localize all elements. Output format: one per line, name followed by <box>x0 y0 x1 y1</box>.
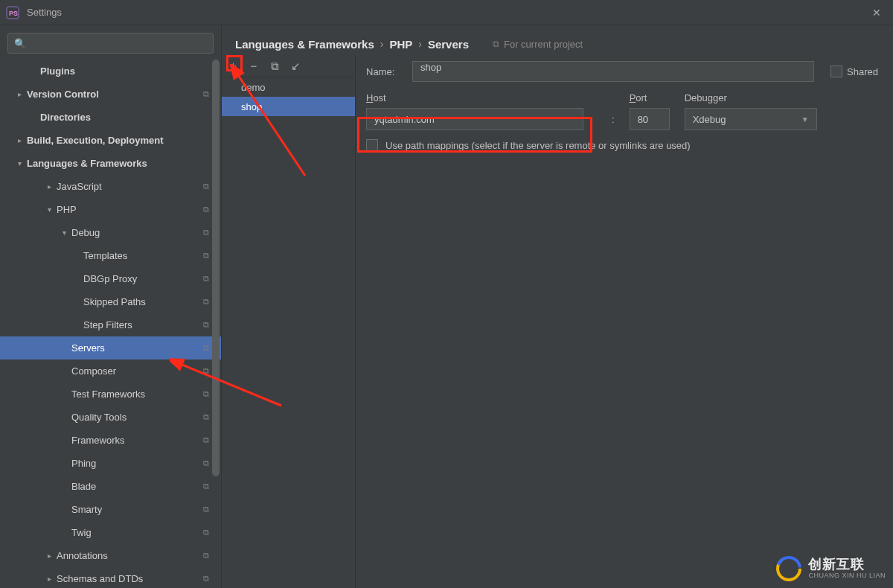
search-wrap: 🔍 <box>0 25 221 58</box>
svg-point-5 <box>775 555 802 582</box>
tree-item-label: Quality Tools <box>71 412 203 423</box>
server-list-column: ＋ − ⧉ ↙ demoshop <box>222 55 356 588</box>
remove-button[interactable]: − <box>247 60 260 72</box>
tree-item-label: Servers <box>71 342 203 354</box>
content: Languages & Frameworks › PHP › Servers ⧉… <box>222 25 893 588</box>
tree-item[interactable]: Quality Tools⧉ <box>0 406 221 429</box>
row-host-port-debugger: Host yqtadmin.com : Port 80 Debugger Xde… <box>366 92 878 130</box>
watermark-text: 创新互联 CHUANG XIN HU LIAN <box>808 557 886 580</box>
chevron-down-icon[interactable] <box>60 229 68 237</box>
tree-item-label: Phing <box>71 458 203 469</box>
chevron-right-icon[interactable] <box>15 136 24 144</box>
chevron-down-icon: ▼ <box>801 115 809 124</box>
tree-item-label: PHP <box>57 204 203 215</box>
debugger-label: Debugger <box>685 92 819 103</box>
tree-item-label: Frameworks <box>71 435 203 446</box>
tree-item-label: Smarty <box>71 504 203 515</box>
settings-tree: PluginsVersion Control⧉DirectoriesBuild,… <box>0 58 221 588</box>
tree-item[interactable]: Templates⧉ <box>0 244 221 267</box>
col-debugger: Debugger Xdebug ▼ <box>685 92 819 130</box>
tree-item[interactable]: Directories <box>0 106 221 129</box>
tree-item[interactable]: DBGp Proxy⧉ <box>0 267 221 290</box>
svg-text:PS: PS <box>9 10 18 17</box>
tree-item[interactable]: Schemas and DTDs⧉ <box>0 567 221 588</box>
tree-item-label: Build, Execution, Deployment <box>27 135 214 146</box>
chevron-down-icon[interactable] <box>15 159 24 167</box>
tree-item[interactable]: Plugins <box>0 60 221 83</box>
mappings-checkbox[interactable] <box>366 139 378 151</box>
checkbox-icon[interactable] <box>830 65 842 77</box>
project-hint: ⧉ For current project <box>493 39 583 50</box>
import-button[interactable]: ↙ <box>289 60 302 73</box>
titlebar: PS Settings ✕ <box>0 0 893 25</box>
tree-item[interactable]: Step Filters⧉ <box>0 313 221 336</box>
tree-item[interactable]: JavaScript⧉ <box>0 175 221 198</box>
content-body: ＋ − ⧉ ↙ demoshop Name: shop Shared <box>222 55 893 588</box>
row-mappings: Use path mappings (select if the server … <box>366 139 878 151</box>
host-input[interactable]: yqtadmin.com <box>366 108 583 130</box>
tree-item-label: Version Control <box>27 89 203 100</box>
tree-item-label: DBGp Proxy <box>83 273 203 284</box>
name-label: Name: <box>366 66 403 77</box>
tree-item-label: Step Filters <box>83 319 203 330</box>
sidebar-scrollbar[interactable] <box>212 60 220 585</box>
tree-item-label: Directories <box>40 112 214 123</box>
breadcrumb-part[interactable]: Languages & Frameworks <box>235 38 374 51</box>
tree-item-label: Debug <box>71 227 203 238</box>
port-input[interactable]: 80 <box>630 108 670 130</box>
search-icon: 🔍 <box>14 38 26 49</box>
tree-item[interactable]: Debug⧉ <box>0 221 221 244</box>
shared-label: Shared <box>847 66 878 77</box>
tree-item[interactable]: Composer⧉ <box>0 359 221 383</box>
breadcrumb-part[interactable]: Servers <box>428 38 469 51</box>
chevron-right-icon[interactable] <box>45 182 54 191</box>
server-list-item[interactable]: shop <box>222 97 355 116</box>
mappings-label: Use path mappings (select if the server … <box>385 140 691 151</box>
chevron-right-icon[interactable] <box>45 575 54 583</box>
search-input[interactable]: 🔍 <box>7 33 214 54</box>
col-port: Port 80 <box>630 92 670 130</box>
breadcrumb-part[interactable]: PHP <box>389 38 412 51</box>
chevron-right-icon[interactable] <box>45 552 54 560</box>
tree-item-label: Annotations <box>57 550 203 561</box>
sidebar: 🔍 PluginsVersion Control⧉DirectoriesBuil… <box>0 25 222 588</box>
server-form: Name: shop Shared Host yqtadmin.com : Po… <box>356 55 893 588</box>
tree-item[interactable]: Skipped Paths⧉ <box>0 290 221 313</box>
watermark-logo <box>775 555 802 582</box>
chevron-right-icon[interactable] <box>15 90 24 98</box>
breadcrumb: Languages & Frameworks › PHP › Servers ⧉… <box>222 25 893 55</box>
app-icon: PS <box>6 6 19 19</box>
tree-item[interactable]: Smarty⧉ <box>0 498 221 521</box>
tree-item[interactable]: Servers⧉ <box>0 336 221 359</box>
project-hint-text: For current project <box>504 39 583 50</box>
tree-item-label: JavaScript <box>57 181 203 192</box>
window-title: Settings <box>27 7 866 18</box>
add-button[interactable]: ＋ <box>226 59 240 73</box>
tree-item[interactable]: Version Control⧉ <box>0 83 221 106</box>
close-icon[interactable]: ✕ <box>866 4 887 22</box>
server-toolbar: ＋ − ⧉ ↙ <box>222 55 355 77</box>
copy-icon: ⧉ <box>493 39 499 49</box>
tree-item-label: Plugins <box>40 65 214 77</box>
tree-item[interactable]: Languages & Frameworks <box>0 152 221 175</box>
main: 🔍 PluginsVersion Control⧉DirectoriesBuil… <box>0 25 893 588</box>
tree-item[interactable]: PHP⧉ <box>0 198 221 221</box>
chevron-down-icon[interactable] <box>45 205 54 214</box>
tree-item-label: Schemas and DTDs <box>57 573 203 584</box>
host-label: Host <box>366 92 597 103</box>
shared-checkbox[interactable]: Shared <box>830 65 878 77</box>
tree-item-label: Skipped Paths <box>83 296 203 307</box>
tree-item[interactable]: Frameworks⧉ <box>0 429 221 452</box>
tree-item[interactable]: Phing⧉ <box>0 452 221 475</box>
tree-item[interactable]: Annotations⧉ <box>0 544 221 567</box>
chevron-right-icon: › <box>418 38 422 50</box>
debugger-select[interactable]: Xdebug ▼ <box>685 108 817 130</box>
tree-item[interactable]: Build, Execution, Deployment <box>0 129 221 152</box>
tree-item[interactable]: Test Frameworks⧉ <box>0 383 221 406</box>
copy-button[interactable]: ⧉ <box>268 60 281 73</box>
name-input[interactable]: shop <box>412 61 814 82</box>
tree-item[interactable]: Blade⧉ <box>0 475 221 498</box>
server-list-item[interactable]: demo <box>222 77 355 97</box>
scrollbar-thumb[interactable] <box>212 60 220 476</box>
tree-item[interactable]: Twig⧉ <box>0 521 221 544</box>
